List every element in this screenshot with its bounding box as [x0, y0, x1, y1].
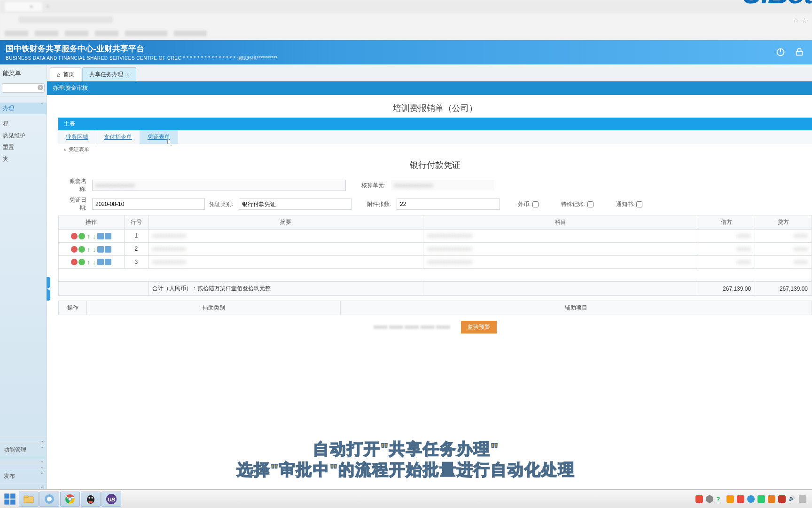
account-name-input[interactable]: xxxxxxxxxxxxxx — [92, 180, 346, 191]
lock-icon[interactable] — [794, 47, 804, 58]
summary-cell[interactable]: xxxxxxxxxxxx — [148, 242, 423, 255]
power-icon[interactable] — [775, 47, 786, 58]
bookmark-item[interactable] — [174, 31, 207, 36]
move-down-icon[interactable]: ↓ — [92, 259, 96, 265]
close-icon[interactable]: × — [126, 72, 129, 78]
inner-tab-payment[interactable]: 支付指令单 — [96, 130, 140, 144]
book-icon[interactable] — [97, 246, 104, 253]
address-bar[interactable] — [19, 16, 113, 23]
taskbar-item-qq[interactable] — [81, 492, 101, 507]
summary-cell[interactable]: xxxxxxxxxxxx — [148, 255, 423, 269]
move-up-icon[interactable]: ↑ — [86, 246, 91, 253]
delete-row-icon[interactable] — [71, 246, 78, 253]
move-down-icon[interactable]: ↓ — [92, 246, 96, 253]
taskbar-item-files[interactable] — [19, 492, 39, 507]
voucher-date-input[interactable] — [92, 198, 205, 210]
new-tab-button[interactable]: + — [46, 3, 49, 10]
start-button[interactable] — [2, 491, 18, 507]
sidebar-section-mgmt[interactable]: 功能管理⌃ — [0, 443, 47, 457]
sidebar-item[interactable]: 重置 — [0, 142, 47, 153]
sidebar-section[interactable]: ⌃ — [0, 457, 47, 463]
total-debit: 267,139.00 — [698, 282, 755, 296]
sidebar-section[interactable]: ⌄ — [0, 96, 47, 103]
voucher-table: 操作 行号 摘要 科目 借方 贷方 ↑↓1xxxxxxxxxxxxxxxxxxx… — [58, 215, 812, 296]
sidebar-section-publish[interactable]: 发布⌃ — [0, 469, 47, 483]
tab-shared-task[interactable]: 共享任务办理 × — [82, 67, 136, 81]
sidebar-section[interactable]: ⌃ — [0, 463, 47, 469]
sidebar-item[interactable]: 程 — [0, 118, 47, 130]
book-icon[interactable] — [97, 233, 104, 239]
browser-tab[interactable]: × — [5, 2, 42, 11]
foreign-currency-checkbox[interactable] — [532, 201, 539, 207]
tray-icon[interactable] — [799, 495, 806, 503]
debit-cell[interactable]: xxxxx — [698, 242, 755, 255]
sidebar-item[interactable]: 夹 — [0, 153, 47, 165]
inspection-warning-button[interactable]: 监验预警 — [461, 321, 497, 333]
summary-cell[interactable]: xxxxxxxxxxxx — [148, 230, 423, 243]
sidebar-section[interactable]: ⌃ — [0, 437, 47, 443]
accounting-unit-input[interactable]: xxxxxxxxxxxxxx — [391, 180, 494, 190]
move-down-icon[interactable]: ↓ — [92, 233, 96, 239]
debit-cell[interactable]: xxxxx — [698, 255, 755, 269]
bookmark-item[interactable] — [35, 31, 58, 36]
special-entry-checkbox[interactable] — [587, 201, 593, 207]
tray-help-icon[interactable]: ? — [716, 495, 724, 503]
copy-icon[interactable] — [105, 259, 111, 265]
credit-cell[interactable]: xxxxx — [755, 255, 812, 269]
notice-checkbox[interactable] — [636, 201, 642, 207]
copy-icon[interactable] — [105, 233, 111, 239]
add-row-icon[interactable] — [78, 259, 85, 265]
tray-icon[interactable] — [706, 495, 713, 503]
subject-cell[interactable]: xxxxxxxxxxxxxxxx — [423, 230, 698, 243]
field-label-foreign: 外币: — [518, 200, 531, 208]
inner-tab-voucher[interactable]: 凭证表单 — [140, 130, 178, 144]
star-icon[interactable]: ☆ — [802, 17, 807, 24]
app-title: 国中铁财务共享服务中心-业财共享平台 — [6, 43, 278, 54]
sidebar-section[interactable]: ⌃ — [0, 483, 47, 489]
inner-tab-business[interactable]: 业务区域 — [58, 130, 96, 144]
tray-volume-icon[interactable]: 🔊 — [789, 495, 796, 503]
star-icon[interactable]: ☆ — [793, 17, 799, 24]
clear-icon[interactable]: × — [38, 85, 43, 90]
move-up-icon[interactable]: ↑ — [86, 259, 91, 265]
subject-cell[interactable]: xxxxxxxxxxxxxxxx — [423, 255, 698, 269]
bookmark-item[interactable] — [125, 31, 167, 36]
tray-icon[interactable] — [778, 495, 786, 503]
tray-icon[interactable] — [768, 495, 775, 503]
document-title: 培训费报销单（公司） — [58, 103, 812, 114]
aux-col-proj: 辅助项目 — [341, 301, 812, 315]
attachment-count-input[interactable] — [397, 198, 500, 210]
tab-home[interactable]: ⌂ 首页 — [50, 67, 81, 81]
book-icon[interactable] — [97, 259, 104, 265]
credit-cell[interactable]: xxxxx — [755, 242, 812, 255]
bookmark-item[interactable] — [95, 31, 118, 36]
taskbar-item-browser[interactable] — [39, 492, 59, 507]
voucher-title: 银行付款凭证 — [58, 155, 812, 177]
delete-row-icon[interactable] — [71, 233, 78, 239]
copy-icon[interactable] — [105, 246, 111, 253]
voucher-type-input[interactable] — [239, 198, 351, 210]
subject-cell[interactable]: xxxxxxxxxxxxxxxx — [423, 242, 698, 255]
tray-icon[interactable] — [695, 495, 703, 503]
add-row-icon[interactable] — [78, 233, 85, 239]
delete-row-icon[interactable] — [71, 259, 78, 265]
add-row-icon[interactable] — [78, 246, 85, 253]
debit-cell[interactable]: xxxxx — [698, 230, 755, 243]
taskbar-item-uibot[interactable]: UB — [102, 492, 121, 507]
tray-icon[interactable] — [737, 495, 744, 503]
sidebar-collapse-handle[interactable]: ◀ — [47, 277, 50, 301]
bookmark-item[interactable] — [5, 31, 28, 36]
move-up-icon[interactable]: ↑ — [86, 233, 91, 239]
aux-col-op: 操作 — [59, 301, 87, 315]
sidebar-item[interactable]: 恳见维护 — [0, 130, 47, 142]
svg-point-16 — [89, 497, 90, 499]
subtitle-line-1: 自动打开"共享任务办理" — [237, 438, 575, 459]
tray-icon[interactable] — [757, 495, 765, 503]
total-credit: 267,139.00 — [755, 282, 812, 296]
tray-icon[interactable] — [747, 495, 755, 503]
credit-cell[interactable]: xxxxx — [755, 230, 812, 243]
bookmark-item[interactable] — [65, 31, 88, 36]
taskbar-item-chrome[interactable] — [60, 492, 80, 507]
sidebar-item[interactable] — [0, 114, 47, 118]
tray-icon[interactable] — [726, 495, 734, 503]
